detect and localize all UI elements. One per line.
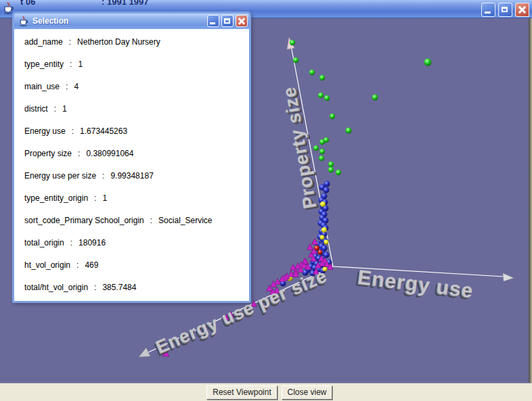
yellow-data-point[interactable]: [322, 227, 327, 233]
dialog-maximize-button[interactable]: [221, 15, 234, 27]
field-value: 385.7484: [102, 283, 136, 292]
field-separator: :: [72, 126, 74, 136]
bottom-control-bar: Reset Viewpoint Close view: [0, 383, 532, 401]
green-data-point[interactable]: [372, 95, 378, 101]
green-data-point[interactable]: [328, 167, 334, 172]
field-row-energy-use: Energy use:1.673445263: [24, 120, 249, 143]
red-data-point[interactable]: [318, 250, 323, 255]
close-button[interactable]: [515, 3, 529, 17]
field-label: type_entity: [24, 60, 64, 69]
field-row-property-size: Property size:0.380991064: [24, 143, 249, 165]
main-window-title-fragment: : 1991 1997: [102, 0, 148, 7]
field-value: 9.99348187: [110, 171, 153, 181]
field-label: Energy use: [24, 126, 66, 136]
field-separator: :: [150, 216, 152, 225]
close-view-button[interactable]: Close view: [282, 385, 332, 400]
selection-dialog-body: add_name:Netherton Day Nursery type_enti…: [14, 29, 249, 301]
field-label: total/ht_vol_origin: [24, 283, 88, 292]
field-separator: :: [78, 149, 80, 158]
green-data-point[interactable]: [336, 170, 341, 175]
field-value: 4: [74, 82, 79, 91]
field-value: 1: [78, 60, 83, 69]
green-data-point[interactable]: [293, 57, 298, 63]
maximize-icon: [224, 18, 230, 24]
yellow-data-point[interactable]: [320, 235, 325, 240]
field-separator: :: [102, 171, 104, 181]
minimize-icon: [485, 11, 491, 14]
reset-viewpoint-button[interactable]: Reset Viewpoint: [206, 385, 278, 400]
window-right-border: [528, 18, 532, 383]
blue-data-point[interactable]: [324, 252, 330, 258]
field-label: total_origin: [24, 238, 64, 247]
field-row-total-origin: total_origin:180916: [24, 232, 249, 254]
field-separator: :: [66, 82, 68, 91]
dialog-title: Selection: [32, 16, 68, 26]
green-data-point[interactable]: [319, 75, 325, 80]
field-label: main_use: [24, 82, 60, 91]
field-separator: :: [94, 193, 96, 203]
field-row-type-entity-origin: type_entity_origin:1: [24, 187, 249, 210]
green-data-point[interactable]: [319, 156, 324, 161]
field-separator: :: [70, 60, 72, 69]
green-data-point[interactable]: [330, 114, 335, 119]
blue-data-point[interactable]: [324, 187, 330, 193]
field-value: Social_Service: [158, 216, 212, 225]
field-row-main-use: main_use:4: [24, 76, 249, 98]
field-row-add-name: add_name:Netherton Day Nursery: [24, 31, 249, 53]
java-logo-icon: [18, 16, 29, 27]
green-data-point[interactable]: [319, 149, 325, 154]
green-data-point[interactable]: [309, 70, 315, 75]
field-row-sort-code: sort_code_Primary School_origin:Social_S…: [24, 210, 249, 232]
magenta-data-point[interactable]: [307, 244, 313, 250]
green-data-point[interactable]: [319, 139, 325, 145]
maximize-icon: [502, 7, 508, 12]
yellow-data-point[interactable]: [324, 240, 329, 245]
green-data-point[interactable]: [328, 162, 334, 167]
dialog-close-button[interactable]: [236, 15, 248, 27]
energy-use-axis-arrow-icon: [503, 273, 514, 281]
minimize-icon: [210, 22, 215, 24]
maximize-button[interactable]: [498, 3, 512, 17]
field-separator: :: [70, 238, 72, 247]
selection-dialog: Selection add_name:Netherton Day Nursery…: [12, 11, 251, 303]
minimize-button[interactable]: [481, 3, 495, 17]
field-label: ht_vol_origin: [24, 260, 70, 270]
green-data-point[interactable]: [346, 128, 352, 134]
field-row-district: district:1: [24, 98, 249, 120]
field-value: 180916: [79, 238, 106, 247]
green-data-point[interactable]: [424, 59, 432, 66]
field-value: Netherton Day Nursery: [77, 37, 160, 47]
main-window-title-fragment: t 06: [20, 0, 35, 7]
field-value: 0.380991064: [86, 149, 133, 158]
field-row-energy-use-per-size: Energy use per size:9.99348187: [24, 165, 249, 187]
field-separator: :: [94, 283, 96, 292]
energy-use-per-size-axis-arrow-icon: [139, 348, 150, 357]
field-value: 469: [85, 260, 98, 270]
field-value: 1: [102, 193, 107, 203]
field-value: 1.673445263: [80, 126, 127, 136]
selection-dialog-titlebar[interactable]: Selection: [14, 14, 249, 29]
green-data-point[interactable]: [313, 145, 319, 151]
dialog-minimize-button[interactable]: [207, 15, 219, 27]
field-label: Energy use per size: [24, 171, 96, 181]
green-data-point[interactable]: [324, 95, 330, 101]
field-separator: :: [69, 37, 71, 47]
field-label: add_name: [24, 37, 63, 47]
field-row-type-entity: type_entity:1: [24, 53, 249, 76]
field-label: Property size: [24, 149, 72, 158]
field-separator: :: [54, 104, 56, 114]
field-value: 1: [62, 104, 67, 114]
field-row-total-ht-vol-origin: total/ht_vol_origin:385.7484: [24, 277, 249, 299]
field-separator: :: [76, 260, 79, 270]
field-label: sort_code_Primary School_origin: [24, 216, 144, 225]
application-window: t 06 : 1991 1997: [0, 0, 532, 401]
green-data-point[interactable]: [318, 93, 324, 98]
green-data-point[interactable]: [290, 40, 295, 45]
field-label: type_entity_origin: [24, 193, 88, 203]
field-row-ht-vol-origin: ht_vol_origin:469: [24, 254, 249, 277]
field-label: district: [24, 104, 48, 114]
